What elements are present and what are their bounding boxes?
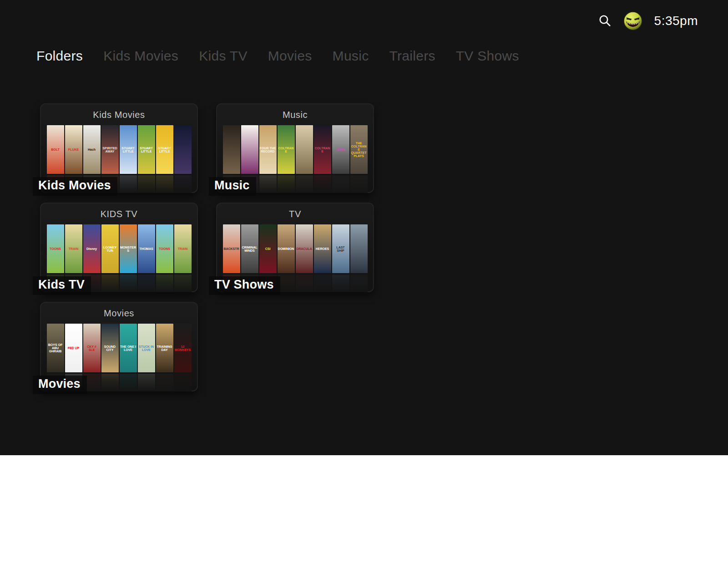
poster-thumbnail: THOMAS — [138, 274, 155, 292]
poster-thumbnail: DRACULA — [296, 224, 313, 273]
poster-thumbnail — [241, 125, 258, 174]
folder-title: Music — [216, 110, 374, 120]
poster-thumbnail: SPIRITED AWAY — [101, 125, 119, 174]
poster-thumbnail: STUART LITTLE — [120, 125, 137, 174]
poster-thumbnail: STUART LITTLE — [120, 175, 137, 193]
poster-thumbnail: JOHN — [332, 175, 349, 193]
poster-thumbnail — [350, 274, 368, 292]
poster-thumbnail: Disney — [83, 224, 101, 273]
poster-thumbnail — [174, 125, 192, 174]
poster-thumbnail: SOUND CITY — [101, 324, 119, 372]
library-tabs: FoldersKids MoviesKids TVMoviesMusicTrai… — [36, 48, 519, 64]
evil-grin-smiley-icon — [623, 24, 642, 30]
poster-thumbnail: DRACULA — [296, 274, 313, 292]
bottom-panel — [0, 455, 728, 569]
search-button[interactable] — [598, 14, 612, 29]
poster-thumbnail: FLUKE — [65, 125, 82, 174]
poster-thumbnail: TOONS — [156, 224, 173, 273]
folder-label: Music — [209, 177, 256, 196]
poster-thumbnail: STUART LITTLE — [156, 125, 173, 174]
folder-label: Kids Movies — [33, 177, 117, 196]
poster-thumbnail: TOONS — [47, 224, 64, 273]
clock-time: 5:35pm — [654, 14, 698, 28]
poster-thumbnail: FOUR THE RECORD — [259, 125, 277, 174]
poster-thumbnail: BOLT — [47, 125, 64, 174]
poster-thumbnail: JOHN — [332, 125, 349, 174]
poster-thumbnail: COLTRANE — [314, 125, 331, 174]
folder-cell: Movies BOYS OF ABU GHRAIBFED UPCKY # SLE… — [40, 302, 198, 391]
poster-thumbnail: THOMAS — [138, 224, 155, 273]
poster-row: TOONSTRAINDisneyLOONEY TUNMONSTERSTHOMAS… — [47, 224, 192, 273]
poster-row: BOYS OF ABU GHRAIBFED UPCKY # SLESOUND C… — [47, 324, 192, 372]
tab-kids-movies[interactable]: Kids Movies — [103, 48, 178, 64]
poster-thumbnail: BOYS OF ABU GHRAIB — [47, 324, 64, 372]
poster-thumbnail: FED UP — [65, 324, 82, 372]
poster-thumbnail: HEROES — [314, 274, 331, 292]
poster-thumbnail: LAST SHIP — [332, 274, 349, 292]
tab-movies[interactable]: Movies — [268, 48, 312, 64]
poster-thumbnail: COLTRANE — [278, 125, 295, 174]
poster-thumbnail — [296, 125, 313, 174]
folder-cell: Kids Movies BOLTFLUKEHachSPIRITED AWAYST… — [40, 103, 198, 193]
poster-thumbnail: TRAINING DAY — [156, 374, 173, 391]
poster-thumbnail: THE COLTRANE QUARTET PLAYS — [350, 175, 368, 193]
poster-thumbnail: SOUND CITY — [101, 374, 119, 391]
top-bar: 5:35pm — [0, 0, 728, 42]
tab-kids-tv[interactable]: Kids TV — [199, 48, 248, 64]
poster-thumbnail: Hach — [83, 125, 101, 174]
poster-row: BOLTFLUKEHachSPIRITED AWAYSTUART LITTLES… — [47, 125, 192, 174]
poster-thumbnail: MONSTERS — [120, 274, 137, 292]
poster-thumbnail: STUART LITTLE — [156, 175, 173, 193]
poster-thumbnail: CSI — [259, 224, 277, 273]
poster-thumbnail — [296, 175, 313, 193]
folder-cell: TV BACKSTRCRIMINAL MINDSCSIDOMINIONDRACU… — [216, 203, 374, 292]
poster-thumbnail: 12 MONKEYS — [174, 374, 192, 391]
poster-thumbnail — [174, 175, 192, 193]
poster-thumbnail: BACKSTR — [223, 224, 240, 273]
poster-thumbnail: LAST SHIP — [332, 224, 349, 273]
poster-thumbnail: MONSTERS — [120, 224, 137, 273]
poster-thumbnail: THE ONE I LOVE — [120, 324, 137, 372]
poster-thumbnail: COLTRANE — [278, 175, 295, 193]
user-avatar[interactable] — [623, 11, 642, 30]
tab-trailers[interactable]: Trailers — [389, 48, 435, 64]
media-center-screen: 5:35pm FoldersKids MoviesKids TVMoviesMu… — [0, 0, 728, 569]
poster-thumbnail: LOONEY TUN — [101, 224, 119, 273]
poster-row: BACKSTRCRIMINAL MINDSCSIDOMINIONDRACULAH… — [223, 224, 368, 273]
folder-cell: Music FOUR THE RECORDCOLTRANECOLTRANEJOH… — [216, 103, 374, 193]
folder-cell: KIDS TV TOONSTRAINDisneyLOONEY TUNMONSTE… — [40, 203, 198, 292]
poster-thumbnail: TRAINING DAY — [156, 324, 173, 372]
tab-tv-shows[interactable]: TV Shows — [456, 48, 519, 64]
poster-thumbnail: TRAIN — [65, 224, 82, 273]
folder-label: Kids TV — [33, 276, 91, 295]
poster-thumbnail: TOONS — [156, 274, 173, 292]
poster-row: FOUR THE RECORDCOLTRANECOLTRANEJOHNTHE C… — [223, 125, 368, 174]
tab-folders[interactable]: Folders — [36, 48, 83, 64]
poster-thumbnail: FOUR THE RECORD — [259, 175, 277, 193]
search-icon — [598, 14, 612, 29]
folder-label: TV Shows — [209, 276, 280, 295]
poster-thumbnail: TRAIN — [174, 274, 192, 292]
poster-thumbnail: TRAIN — [174, 224, 192, 273]
poster-thumbnail: CRIMINAL MINDS — [241, 224, 258, 273]
poster-thumbnail: COLTRANE — [314, 175, 331, 193]
poster-thumbnail: STUCK IN LOVE — [138, 324, 155, 372]
poster-thumbnail — [350, 224, 368, 273]
poster-thumbnail: DOMINION — [278, 224, 295, 273]
folder-title: Movies — [40, 308, 198, 319]
poster-thumbnail: STUCK IN LOVE — [138, 374, 155, 391]
poster-thumbnail: HEROES — [314, 224, 331, 273]
poster-thumbnail: CKY # SLE — [83, 324, 101, 372]
folder-title: KIDS TV — [40, 209, 198, 219]
poster-thumbnail: LOONEY TUN — [101, 274, 119, 292]
poster-thumbnail: STUART LITTLE — [138, 125, 155, 174]
folder-title: TV — [216, 209, 374, 219]
poster-thumbnail: STUART LITTLE — [138, 175, 155, 193]
poster-thumbnail: THE ONE I LOVE — [120, 374, 137, 391]
tab-music[interactable]: Music — [333, 48, 369, 64]
poster-thumbnail: THE COLTRANE QUARTET PLAYS — [350, 125, 368, 174]
poster-thumbnail: 12 MONKEYS — [174, 324, 192, 372]
folder-label: Movies — [33, 376, 87, 394]
poster-thumbnail — [223, 125, 240, 174]
folders-grid: Kids Movies BOLTFLUKEHachSPIRITED AWAYST… — [40, 103, 374, 391]
